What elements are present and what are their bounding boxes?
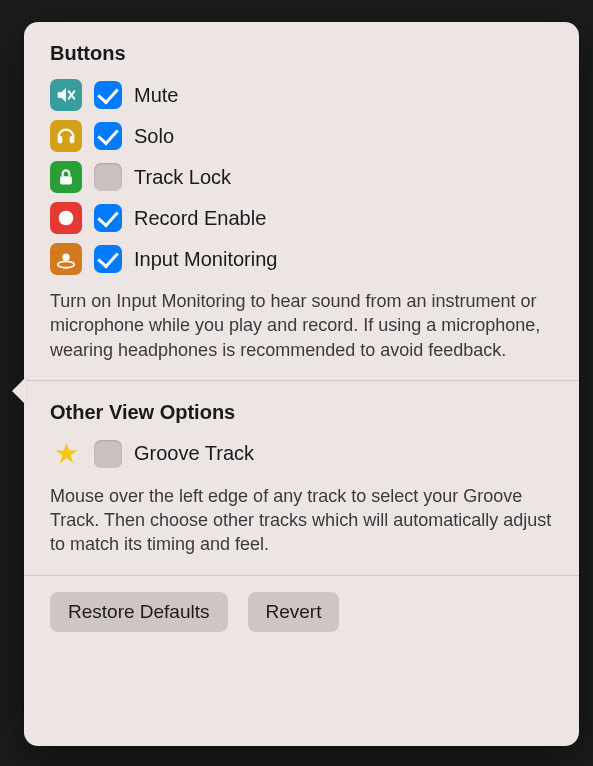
- svg-rect-2: [58, 136, 63, 143]
- solo-icon: [50, 120, 82, 152]
- buttons-section: Buttons Mute Solo: [24, 22, 579, 380]
- option-row-track-lock: Track Lock: [50, 161, 553, 193]
- svg-point-5: [59, 211, 74, 226]
- settings-popover: Buttons Mute Solo: [24, 22, 579, 746]
- revert-button[interactable]: Revert: [248, 592, 340, 632]
- svg-rect-3: [70, 136, 75, 143]
- input-monitoring-checkbox[interactable]: [94, 245, 122, 273]
- option-row-record-enable: Record Enable: [50, 202, 553, 234]
- lock-icon: [50, 161, 82, 193]
- other-description: Mouse over the left edge of any track to…: [50, 484, 553, 557]
- svg-point-6: [58, 261, 75, 267]
- mute-icon: [50, 79, 82, 111]
- svg-rect-4: [60, 176, 72, 184]
- groove-track-checkbox[interactable]: [94, 440, 122, 468]
- track-lock-checkbox[interactable]: [94, 163, 122, 191]
- restore-defaults-button[interactable]: Restore Defaults: [50, 592, 228, 632]
- other-view-section: Other View Options ★ Groove Track Mouse …: [24, 381, 579, 575]
- input-monitoring-label: Input Monitoring: [134, 248, 277, 271]
- input-monitoring-icon: [50, 243, 82, 275]
- option-row-input-monitoring: Input Monitoring: [50, 243, 553, 275]
- popover-arrow: [12, 377, 26, 405]
- other-view-title: Other View Options: [50, 401, 553, 424]
- solo-label: Solo: [134, 125, 174, 148]
- option-row-groove-track: ★ Groove Track: [50, 438, 553, 470]
- groove-track-label: Groove Track: [134, 442, 254, 465]
- option-row-mute: Mute: [50, 79, 553, 111]
- option-row-solo: Solo: [50, 120, 553, 152]
- footer: Restore Defaults Revert: [24, 576, 579, 650]
- buttons-description: Turn on Input Monitoring to hear sound f…: [50, 289, 553, 362]
- solo-checkbox[interactable]: [94, 122, 122, 150]
- record-enable-checkbox[interactable]: [94, 204, 122, 232]
- buttons-section-title: Buttons: [50, 42, 553, 65]
- mute-label: Mute: [134, 84, 178, 107]
- svg-point-7: [62, 254, 69, 261]
- mute-checkbox[interactable]: [94, 81, 122, 109]
- record-enable-label: Record Enable: [134, 207, 266, 230]
- record-icon: [50, 202, 82, 234]
- track-lock-label: Track Lock: [134, 166, 231, 189]
- star-icon: ★: [50, 438, 82, 470]
